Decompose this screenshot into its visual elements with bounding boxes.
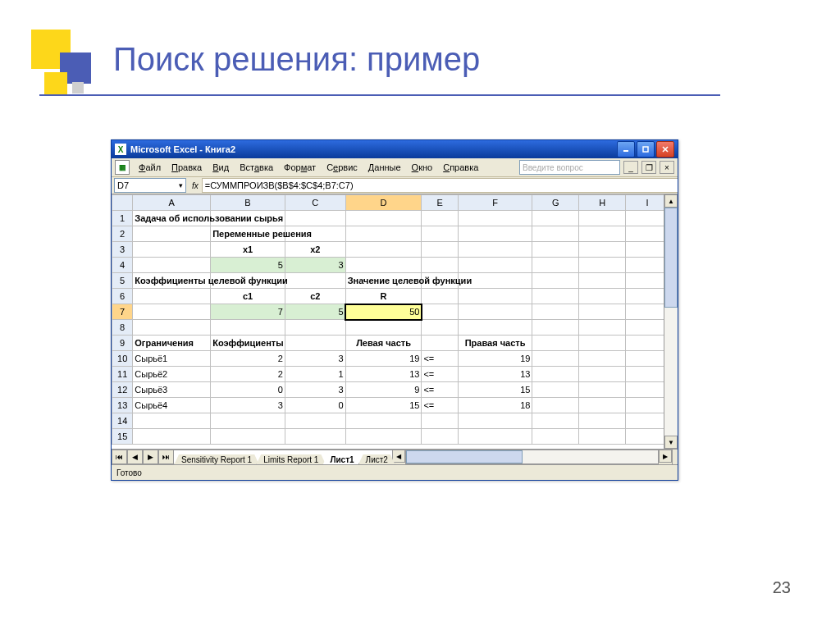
cell-D2[interactable] (345, 226, 422, 242)
row-header-12[interactable]: 12 (112, 382, 133, 398)
menu-tools[interactable]: Сервис (322, 161, 363, 174)
row-header-14[interactable]: 14 (112, 413, 133, 429)
cell-H7[interactable] (579, 304, 626, 320)
hscroll-thumb[interactable] (406, 450, 523, 463)
row-header-1[interactable]: 1 (112, 211, 133, 226)
menu-window[interactable]: Окно (407, 161, 438, 174)
row-header-8[interactable]: 8 (112, 320, 133, 336)
sheet-tab[interactable]: Limits Report 1 (256, 454, 326, 464)
cell-E14[interactable] (422, 413, 458, 429)
cell-I13[interactable] (626, 398, 664, 413)
doc-minimize-button[interactable]: _ (623, 161, 638, 174)
fx-label[interactable]: fx (189, 181, 202, 190)
cell-F1[interactable] (458, 211, 532, 226)
cell-E15[interactable] (422, 429, 458, 445)
cell-B10[interactable]: 2 (211, 351, 285, 367)
cell-A11[interactable]: Сырьё2 (133, 367, 211, 382)
cell-G4[interactable] (532, 258, 579, 273)
cell-G11[interactable] (532, 367, 579, 382)
cell-C12[interactable]: 3 (285, 382, 345, 398)
workbook-icon[interactable]: ▦ (115, 160, 130, 175)
cell-G2[interactable] (532, 226, 579, 242)
cell-I8[interactable] (626, 320, 664, 336)
cell-G13[interactable] (532, 398, 579, 413)
cell-C3[interactable]: x2 (285, 242, 345, 258)
cell-A12[interactable]: Сырьё3 (133, 382, 211, 398)
doc-restore-button[interactable]: ❐ (641, 161, 656, 174)
cell-I3[interactable] (626, 242, 664, 258)
cell-F9[interactable]: Правая часть (458, 336, 532, 351)
name-box[interactable]: D7 ▾ (114, 178, 186, 193)
cell-F12[interactable]: 15 (458, 382, 532, 398)
cell-G15[interactable] (532, 429, 579, 445)
row-header-5[interactable]: 5 (112, 273, 133, 289)
col-header-B[interactable]: B (211, 195, 285, 211)
cell-E9[interactable] (422, 336, 458, 351)
cell-F15[interactable] (458, 429, 532, 445)
prev-sheet-button[interactable]: ◀ (127, 450, 143, 464)
cell-C1[interactable] (285, 211, 345, 226)
cell-F7[interactable] (458, 304, 532, 320)
menu-insert[interactable]: Вставка (235, 161, 278, 174)
cell-C14[interactable] (285, 413, 345, 429)
menu-view[interactable]: Вид (208, 161, 234, 174)
cell-E1[interactable] (422, 211, 458, 226)
cell-B7[interactable]: 7 (211, 304, 285, 320)
cell-H8[interactable] (579, 320, 626, 336)
cell-A6[interactable] (133, 289, 211, 304)
cell-D1[interactable] (345, 211, 422, 226)
horizontal-scrollbar[interactable]: ◀ ▶ (392, 450, 678, 464)
row-header-3[interactable]: 3 (112, 242, 133, 258)
col-header-E[interactable]: E (422, 195, 458, 211)
cell-C15[interactable] (285, 429, 345, 445)
cell-H11[interactable] (579, 367, 626, 382)
cell-C5[interactable] (285, 273, 345, 289)
cell-H1[interactable] (579, 211, 626, 226)
cell-E12[interactable]: <= (422, 382, 458, 398)
cell-I15[interactable] (626, 429, 664, 445)
cell-A4[interactable] (133, 258, 211, 273)
cell-G12[interactable] (532, 382, 579, 398)
cell-D13[interactable]: 15 (345, 398, 422, 413)
cell-B4[interactable]: 5 (211, 258, 285, 273)
cell-H13[interactable] (579, 398, 626, 413)
scroll-left-button[interactable]: ◀ (392, 450, 405, 463)
sheet-tab[interactable]: Лист1 (322, 454, 361, 464)
cell-I6[interactable] (626, 289, 664, 304)
vscroll-thumb[interactable] (664, 208, 678, 308)
col-header-G[interactable]: G (532, 195, 579, 211)
cell-H2[interactable] (579, 226, 626, 242)
cell-E8[interactable] (422, 320, 458, 336)
first-sheet-button[interactable]: ⏮ (112, 450, 127, 464)
cell-H5[interactable] (579, 273, 626, 289)
cell-H4[interactable] (579, 258, 626, 273)
scroll-right-button[interactable]: ▶ (659, 450, 672, 463)
scroll-down-button[interactable]: ▼ (664, 436, 678, 449)
cell-E10[interactable]: <= (422, 351, 458, 367)
cell-A9[interactable]: Ограничения (133, 336, 211, 351)
cell-C13[interactable]: 0 (285, 398, 345, 413)
cell-B8[interactable] (211, 320, 285, 336)
col-header-F[interactable]: F (458, 195, 532, 211)
cell-D6[interactable]: R (345, 289, 422, 304)
last-sheet-button[interactable]: ⏭ (158, 450, 174, 464)
cell-C9[interactable] (285, 336, 345, 351)
maximize-button[interactable] (637, 141, 655, 158)
cell-I12[interactable] (626, 382, 664, 398)
col-header-A[interactable]: A (133, 195, 211, 211)
cell-F6[interactable] (458, 289, 532, 304)
row-header-6[interactable]: 6 (112, 289, 133, 304)
cell-G7[interactable] (532, 304, 579, 320)
select-all-corner[interactable] (112, 195, 133, 211)
row-header-11[interactable]: 11 (112, 367, 133, 382)
cell-I9[interactable] (626, 336, 664, 351)
name-box-dropdown-icon[interactable]: ▾ (179, 181, 183, 189)
cell-C8[interactable] (285, 320, 345, 336)
cell-A7[interactable] (133, 304, 211, 320)
cell-D7[interactable]: 50 (345, 304, 422, 320)
col-header-H[interactable]: H (579, 195, 626, 211)
cell-E3[interactable] (422, 242, 458, 258)
cell-D11[interactable]: 13 (345, 367, 422, 382)
sheet-tab[interactable]: Лист2 (358, 454, 395, 464)
vertical-scrollbar[interactable]: ▲ ▼ (664, 194, 678, 449)
